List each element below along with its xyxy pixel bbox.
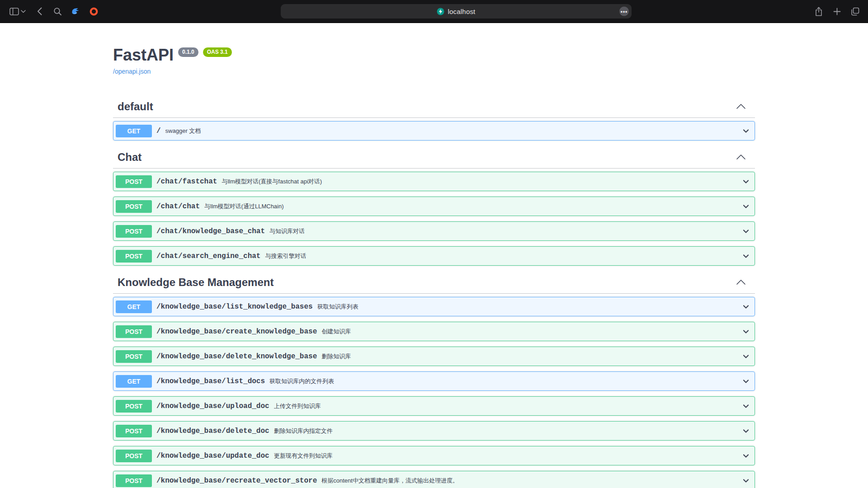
method-badge: POST [116, 200, 152, 213]
record-ring-icon[interactable] [88, 5, 99, 17]
endpoint-description: 根据content中文档重建向量库，流式输出处理进度。 [321, 477, 741, 485]
endpoint-path: /chat/fastchat [156, 178, 217, 186]
sidebar-toggle-icon[interactable] [8, 5, 20, 17]
chevron-down-icon[interactable] [741, 127, 750, 136]
section-knowledge-base-management: Knowledge Base Management GET /knowledge… [113, 271, 755, 488]
endpoint-row[interactable]: POST /chat/knowledge_base_chat 与知识库对话 [113, 221, 755, 241]
method-badge: POST [116, 325, 152, 338]
api-info: FastAPI 0.1.0 OAS 3.1 /openapi.json [113, 46, 755, 75]
method-badge: GET [116, 125, 152, 137]
endpoint-path: /chat/chat [156, 202, 200, 211]
chevron-down-icon[interactable] [741, 302, 750, 311]
chevron-down-icon[interactable] [741, 451, 750, 460]
endpoint-path: /knowledge_base/list_knowledge_bases [156, 303, 313, 311]
back-icon[interactable] [33, 5, 45, 17]
version-badge: 0.1.0 [178, 47, 198, 57]
browser-toolbar: localhost ••• [0, 0, 868, 23]
endpoint-row[interactable]: GET / swagger 文档 [113, 121, 755, 141]
endpoint-description: 创建知识库 [321, 328, 741, 336]
page-title: FastAPI [113, 46, 174, 64]
chevron-down-icon[interactable] [741, 427, 750, 436]
chevron-down-icon[interactable] [741, 476, 750, 485]
method-badge: POST [116, 425, 152, 437]
endpoint-path: /chat/search_engine_chat [156, 252, 260, 260]
method-badge: GET [116, 300, 152, 313]
tab-overview-icon[interactable] [849, 5, 861, 17]
method-badge: POST [116, 450, 152, 462]
new-tab-icon[interactable] [831, 5, 843, 17]
chevron-up-icon[interactable] [736, 279, 746, 285]
chevron-down-icon[interactable] [741, 352, 750, 361]
endpoint-description: 获取知识库列表 [317, 303, 741, 311]
method-badge: POST [116, 175, 152, 188]
method-badge: POST [116, 250, 152, 263]
share-icon[interactable] [813, 5, 825, 17]
endpoint-row[interactable]: POST /chat/search_engine_chat 与搜索引擎对话 [113, 246, 755, 266]
fastapi-favicon [437, 8, 444, 15]
endpoint-description: 上传文件到知识库 [274, 402, 741, 410]
method-badge: POST [116, 400, 152, 413]
section-chat: Chat POST /chat/fastchat 与llm模型对话(直接与fas… [113, 146, 755, 266]
chevron-down-icon[interactable] [741, 377, 750, 386]
search-icon[interactable] [52, 5, 63, 17]
chevron-down-icon[interactable] [20, 5, 26, 17]
endpoint-description: 与llm模型对话(通过LLMChain) [204, 202, 741, 211]
endpoint-row[interactable]: POST /knowledge_base/delete_doc 删除知识库内指定… [113, 421, 755, 441]
section-default: default GET / swagger 文档 [113, 95, 755, 141]
toolbar-center: localhost ••• [99, 4, 813, 19]
endpoint-description: 获取知识库内的文件列表 [269, 377, 741, 385]
method-badge: POST [116, 474, 152, 487]
endpoint-path: /knowledge_base/list_docs [156, 377, 265, 385]
endpoint-row[interactable]: POST /chat/chat 与llm模型对话(通过LLMChain) [113, 197, 755, 216]
endpoint-description: 删除知识库 [321, 352, 741, 361]
endpoint-description: 与知识库对话 [269, 227, 741, 235]
bird-icon[interactable] [70, 5, 81, 17]
api-sections: default GET / swagger 文档 [113, 95, 755, 488]
endpoint-row[interactable]: GET /knowledge_base/list_knowledge_bases… [113, 297, 755, 316]
chevron-down-icon[interactable] [741, 327, 750, 336]
chevron-up-icon[interactable] [736, 103, 746, 109]
chevron-down-icon[interactable] [741, 252, 750, 261]
endpoint-path: /knowledge_base/create_knowledge_base [156, 328, 317, 336]
toolbar-left-controls [0, 5, 99, 17]
endpoint-description: swagger 文档 [165, 127, 741, 135]
endpoint-description: 更新现有文件到知识库 [274, 452, 741, 460]
endpoint-row[interactable]: POST /knowledge_base/update_doc 更新现有文件到知… [113, 446, 755, 465]
endpoint-path: /chat/knowledge_base_chat [156, 227, 265, 235]
url-text: localhost [448, 8, 475, 15]
endpoint-row[interactable]: POST /chat/fastchat 与llm模型对话(直接与fastchat… [113, 172, 755, 191]
swagger-page: FastAPI 0.1.0 OAS 3.1 /openapi.json defa… [0, 23, 868, 488]
method-badge: POST [116, 225, 152, 238]
chevron-down-icon[interactable] [741, 202, 750, 211]
section-title: default [118, 100, 153, 113]
endpoint-path: /knowledge_base/upload_doc [156, 402, 269, 410]
page-options-icon[interactable]: ••• [619, 7, 629, 16]
method-badge: GET [116, 375, 152, 388]
endpoint-row[interactable]: POST /knowledge_base/create_knowledge_ba… [113, 322, 755, 341]
endpoint-path: /knowledge_base/update_doc [156, 452, 269, 460]
oas-badge: OAS 3.1 [203, 47, 232, 57]
endpoint-path: /knowledge_base/delete_knowledge_base [156, 352, 317, 361]
endpoint-row[interactable]: POST /knowledge_base/delete_knowledge_ba… [113, 347, 755, 366]
section-header-default[interactable]: default [113, 95, 755, 118]
chevron-down-icon[interactable] [741, 402, 750, 411]
section-title: Knowledge Base Management [118, 276, 274, 289]
section-title: Chat [118, 150, 142, 164]
openapi-spec-link[interactable]: /openapi.json [113, 68, 151, 75]
address-bar[interactable]: localhost ••• [281, 4, 632, 19]
section-header-knowledge-base[interactable]: Knowledge Base Management [113, 271, 755, 294]
chevron-up-icon[interactable] [736, 154, 746, 160]
endpoint-row[interactable]: POST /knowledge_base/upload_doc 上传文件到知识库 [113, 396, 755, 416]
endpoint-description: 与搜索引擎对话 [265, 252, 741, 260]
endpoint-path: /knowledge_base/recreate_vector_store [156, 477, 317, 485]
chevron-down-icon[interactable] [741, 227, 750, 236]
endpoint-path: /knowledge_base/delete_doc [156, 427, 269, 435]
endpoint-row[interactable]: GET /knowledge_base/list_docs 获取知识库内的文件列… [113, 371, 755, 391]
endpoint-row[interactable]: POST /knowledge_base/recreate_vector_sto… [113, 471, 755, 488]
endpoint-description: 删除知识库内指定文件 [274, 427, 741, 435]
method-badge: POST [116, 350, 152, 363]
endpoint-description: 与llm模型对话(直接与fastchat api对话) [222, 178, 741, 186]
chevron-down-icon[interactable] [741, 177, 750, 186]
section-header-chat[interactable]: Chat [113, 146, 755, 169]
endpoint-path: / [156, 127, 161, 135]
